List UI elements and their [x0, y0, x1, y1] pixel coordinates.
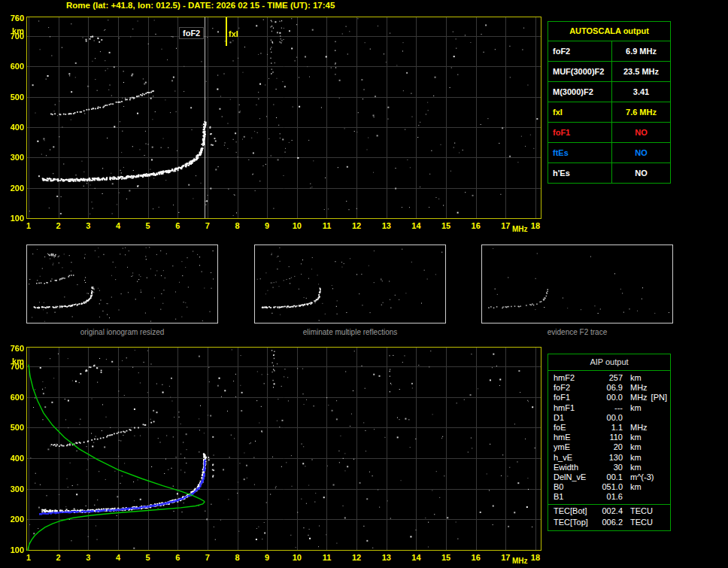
aip-row-unit: MHz — [623, 383, 648, 393]
ionogram-top-canvas — [26, 17, 541, 219]
autoscala-row-label: foF2 — [548, 41, 612, 61]
aip-row-name: ymE — [554, 442, 597, 452]
aip-row-name: Ewidth — [554, 463, 597, 472]
aip-row: B101.6 — [548, 492, 670, 502]
x-tick-label: 1 — [20, 221, 37, 230]
x-tick-label: 7 — [199, 553, 216, 562]
autoscala-table-rows: foF26.9 MHzMUF(3000)F223.5 MHzM(3000)F23… — [548, 41, 670, 183]
aip-row-unit: m^(-3) — [623, 472, 654, 482]
aip-row-value: 01.6 — [597, 492, 623, 502]
x-tick-label: 3 — [80, 221, 96, 230]
thumbnail-original-canvas — [27, 245, 217, 323]
autoscala-row-value: 6.9 MHz — [612, 41, 670, 61]
aip-row-value: 00.0 — [597, 393, 623, 402]
autoscala-row: M(3000)F23.41 — [548, 82, 670, 102]
aip-row-name: TEC[Bot] — [554, 506, 597, 518]
autoscala-output-title: AUTOSCALA output — [548, 22, 670, 41]
x-tick-label: 11 — [318, 553, 335, 562]
fxi-marker-label: fxI — [229, 29, 238, 39]
x-tick-label: 8 — [229, 221, 246, 230]
aip-row-unit: km — [623, 442, 642, 452]
autoscala-row-label: fxI — [548, 102, 612, 122]
x-tick-label: 9 — [259, 553, 275, 562]
autoscala-row-label: M(3000)F2 — [548, 82, 612, 102]
aip-row-unit: MHz — [623, 423, 648, 433]
station-date-time-title: Rome (lat: +41.8, lon: 012.5) - DATE: 20… — [66, 1, 335, 10]
aip-row: ymE20km — [548, 442, 670, 452]
x-tick-label: 10 — [289, 221, 305, 230]
aip-row-unit: km — [623, 453, 642, 463]
aip-row-name: D1 — [554, 413, 597, 423]
aip-row: TEC[Top]006.2TECU — [548, 518, 670, 527]
autoscala-row: h'EsNO — [548, 163, 670, 183]
aip-row-value: 110 — [597, 433, 623, 442]
autoscala-row-label: ftEs — [548, 143, 612, 163]
aip-row-name: B0 — [554, 482, 597, 492]
aip-row-name: B1 — [554, 492, 597, 502]
aip-row-value: 1.1 — [597, 423, 623, 433]
y-tick-label: 400 — [5, 454, 24, 463]
aip-row-value: 06.9 — [597, 383, 623, 393]
x-tick-label: 7 — [199, 221, 216, 230]
x-tick-label: 4 — [110, 221, 126, 230]
x-tick-label: 16 — [468, 553, 484, 562]
thumbnail-caption-f2: evidence F2 trace — [481, 328, 673, 336]
aip-row-name: TEC[Top] — [554, 518, 597, 527]
aip-row: B0051.0km — [548, 482, 670, 492]
y-tick-label: 300 — [5, 153, 24, 162]
x-tick-label: 14 — [408, 553, 424, 562]
aip-row-name: hmF2 — [554, 373, 597, 383]
y-axis-unit: km — [5, 26, 24, 35]
x-tick-label: 2 — [50, 221, 67, 230]
thumbnail-caption-original: original ionogram resized — [26, 328, 218, 336]
aip-row: TEC[Bot]002.4TECU — [548, 504, 670, 518]
aip-row-value: 30 — [597, 463, 623, 472]
aip-row-name: foF2 — [554, 383, 597, 393]
aip-row-unit: km — [623, 403, 642, 413]
thumbnail-multiple-reflections-canvas — [255, 245, 445, 323]
x-tick-label: 18 — [527, 553, 544, 562]
x-tick-label: 15 — [438, 221, 454, 230]
aip-row-value: 00.1 — [597, 472, 623, 482]
aip-row: DelN_vE00.1m^(-3) — [548, 472, 670, 482]
x-tick-label: 4 — [110, 553, 126, 562]
x-tick-label: 15 — [438, 553, 454, 562]
autoscala-row-value: 3.41 — [612, 82, 670, 102]
x-tick-label: 1 — [20, 553, 37, 562]
x-tick-label: 13 — [378, 553, 395, 562]
autoscala-screen: Rome (lat: +41.8, lon: 012.5) - DATE: 20… — [0, 0, 728, 568]
aip-row-value: 002.4 — [597, 506, 623, 518]
x-axis-unit: MHz — [512, 557, 528, 566]
x-tick-label: 6 — [169, 221, 186, 230]
fof2-marker-label: foF2 — [179, 27, 204, 39]
aip-row: hmF2257km — [548, 373, 670, 383]
autoscala-row-value: NO — [612, 123, 670, 142]
x-tick-label: 5 — [140, 221, 156, 230]
autoscala-row-value: NO — [612, 143, 670, 163]
y-tick-label: 300 — [5, 484, 24, 494]
y-tick-label: 760 — [5, 14, 24, 23]
x-tick-label: 13 — [378, 221, 395, 230]
y-tick-label: 500 — [5, 93, 24, 102]
autoscala-row: MUF(3000)F223.5 MHz — [548, 62, 670, 82]
x-tick-label: 10 — [289, 553, 305, 562]
y-tick-label: 600 — [5, 393, 24, 402]
aip-row-name: hmE — [554, 433, 597, 442]
x-tick-label: 11 — [318, 221, 335, 230]
autoscala-row: foF1NO — [548, 123, 670, 143]
autoscala-row: foF26.9 MHz — [548, 41, 670, 62]
thumbnail-multiple-reflections — [254, 245, 446, 323]
autoscala-row-value: 7.6 MHz — [612, 102, 670, 122]
y-tick-label: 200 — [5, 515, 24, 524]
x-tick-label: 5 — [140, 553, 156, 562]
x-tick-label: 9 — [259, 221, 275, 230]
y-tick-label: 400 — [5, 123, 24, 132]
aip-row-value: 20 — [597, 442, 623, 452]
aip-row: foF100.0MHz[PN] — [548, 393, 670, 402]
aip-row: foE1.1MHz — [548, 423, 670, 433]
x-tick-label: 3 — [80, 553, 96, 562]
aip-row-value: --- — [597, 403, 623, 413]
autoscala-row: fxI7.6 MHz — [548, 102, 670, 123]
thumbnail-f2-evidence-canvas — [482, 245, 672, 323]
y-tick-label: 200 — [5, 184, 24, 193]
